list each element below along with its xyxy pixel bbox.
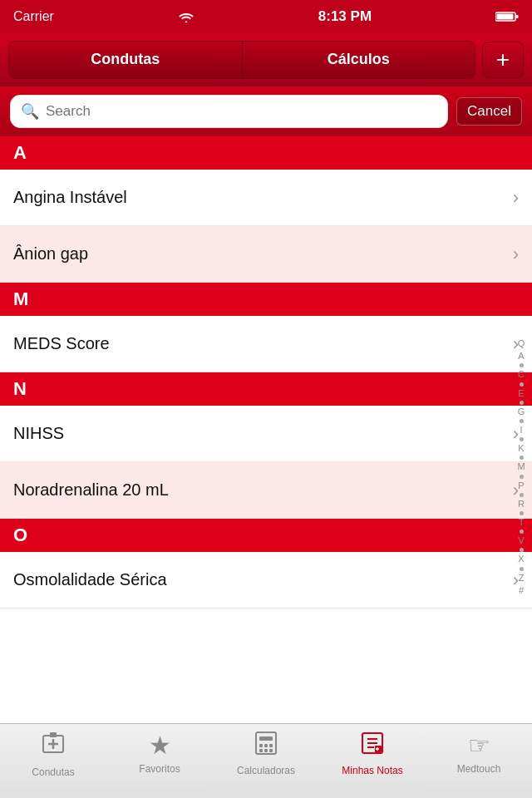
tab-minhas-notas-label: Minhas Notas: [342, 765, 402, 776]
medtouch-icon: ☞: [468, 731, 490, 760]
alpha-x[interactable]: X: [518, 554, 524, 564]
alpha-k[interactable]: K: [518, 443, 524, 454]
carrier-label: Carrier: [13, 9, 54, 24]
calculos-tab[interactable]: Cálculos: [243, 42, 475, 78]
alpha-dot: [520, 419, 524, 423]
alpha-m[interactable]: M: [517, 461, 525, 472]
tab-condutas[interactable]: Condutas: [0, 731, 106, 778]
search-field-wrap: 🔍: [10, 95, 448, 128]
search-icon: 🔍: [21, 102, 39, 121]
svg-rect-2: [516, 15, 519, 18]
list-item[interactable]: Osmolalidade Sérica ›: [0, 552, 532, 608]
tab-favoritos-label: Favoritos: [139, 763, 180, 775]
alpha-dot: [520, 548, 524, 552]
alpha-dot: [520, 437, 524, 441]
app-container: Carrier 8:13 PM Condutas Cálculos: [0, 0, 532, 798]
status-bar: Carrier 8:13 PM: [0, 0, 532, 33]
tab-condutas-label: Condutas: [32, 766, 74, 778]
alpha-q[interactable]: Q: [518, 338, 525, 349]
cancel-button[interactable]: Cancel: [456, 97, 522, 126]
list-item[interactable]: MEDS Score ›: [0, 316, 532, 372]
alpha-dot: [520, 475, 524, 479]
alpha-hash[interactable]: #: [519, 585, 524, 596]
time-display: 8:13 PM: [318, 8, 372, 25]
status-icons: [178, 11, 195, 22]
alphabet-index: Q A C E G I K M P R T V X Z #: [510, 136, 532, 798]
svg-rect-11: [269, 744, 273, 747]
svg-rect-8: [259, 736, 273, 741]
alpha-dot: [520, 382, 524, 387]
alpha-t[interactable]: T: [519, 517, 525, 528]
favoritos-icon: ★: [149, 731, 171, 760]
add-button[interactable]: +: [482, 42, 524, 78]
alpha-z[interactable]: Z: [519, 573, 525, 584]
nav-tabs: Condutas Cálculos: [8, 41, 475, 79]
minhas-notas-icon: [360, 731, 385, 761]
tab-favoritos[interactable]: ★ Favoritos: [106, 731, 213, 775]
tab-calculadoras[interactable]: Calculadoras: [213, 731, 319, 776]
svg-rect-6: [50, 732, 57, 737]
alpha-r[interactable]: R: [518, 499, 525, 510]
alpha-dot: [520, 456, 524, 460]
alpha-dot: [520, 493, 524, 497]
list-item[interactable]: Angina Instável ›: [0, 170, 532, 226]
list-area: A Angina Instável › Ânion gap › M MEDS S…: [0, 136, 532, 798]
tab-medtouch-label: Medtouch: [457, 763, 501, 775]
section-header-o: O: [0, 519, 532, 552]
alpha-g[interactable]: G: [518, 406, 525, 417]
wifi-icon: [178, 11, 195, 22]
svg-rect-10: [264, 744, 268, 747]
svg-rect-9: [259, 744, 263, 747]
svg-rect-14: [269, 749, 273, 752]
top-nav: Condutas Cálculos +: [0, 33, 532, 86]
section-header-n: N: [0, 372, 532, 406]
alpha-dot: [520, 401, 524, 405]
alpha-dot: [520, 530, 524, 534]
alpha-dot: [520, 363, 524, 367]
search-bar: 🔍 Cancel: [0, 86, 532, 136]
svg-rect-13: [264, 749, 268, 752]
section-header-m: M: [0, 283, 532, 316]
alpha-c[interactable]: C: [518, 369, 525, 380]
alpha-i[interactable]: I: [520, 425, 522, 436]
alpha-a[interactable]: A: [518, 351, 524, 362]
alpha-dot: [520, 567, 524, 571]
alpha-dot: [520, 511, 524, 515]
alpha-p[interactable]: P: [518, 480, 524, 491]
tab-bar: Condutas ★ Favoritos Calculadoras: [0, 723, 532, 798]
list-item[interactable]: NIHSS ›: [0, 406, 532, 462]
list-item[interactable]: Ânion gap ›: [0, 226, 532, 283]
tab-calculadoras-label: Calculadoras: [237, 765, 295, 776]
condutas-tab[interactable]: Condutas: [9, 42, 243, 78]
search-input[interactable]: [46, 103, 437, 120]
tab-minhas-notas[interactable]: Minhas Notas: [319, 731, 426, 776]
battery-icon: [495, 11, 519, 22]
condutas-icon: [40, 731, 66, 763]
list-item[interactable]: Noradrenalina 20 mL ›: [0, 462, 532, 519]
section-header-a: A: [0, 136, 532, 170]
svg-rect-12: [259, 749, 263, 752]
calculadoras-icon: [254, 731, 278, 761]
alpha-v[interactable]: V: [518, 535, 524, 546]
svg-rect-1: [497, 14, 514, 20]
alpha-e[interactable]: E: [518, 388, 524, 399]
